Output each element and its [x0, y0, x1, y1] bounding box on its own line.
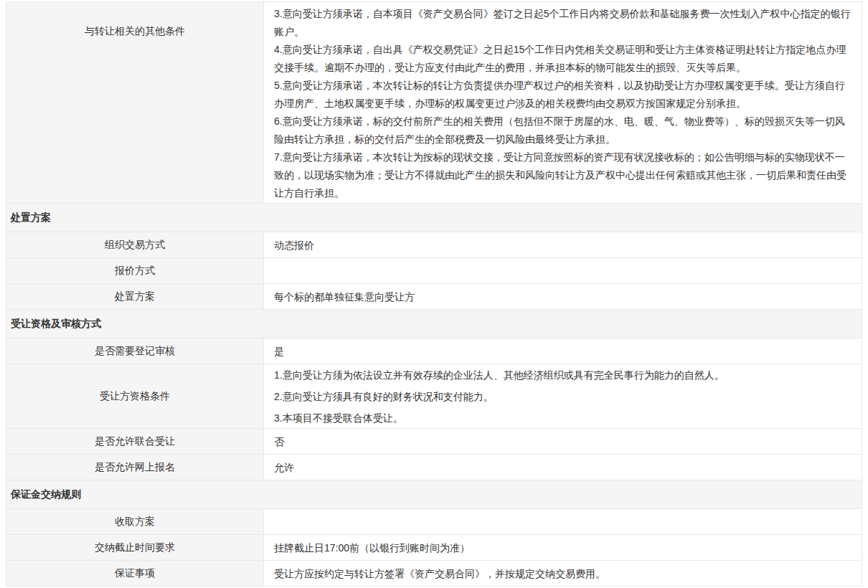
- field-value: 是: [274, 344, 854, 359]
- field-value-cell: 挂牌截止日17:00前（以银行到账时间为准）: [264, 535, 862, 560]
- field-label-cell: 与转让相关的其他条件: [6, 2, 264, 203]
- field-label: 是否允许联合受让: [95, 435, 175, 448]
- section-title: 受让资格及审核方式: [11, 318, 101, 331]
- section-title: 处置方案: [11, 212, 51, 224]
- field-value: 否: [274, 435, 854, 449]
- field-value: 挂牌截止日17:00前（以银行到账时间为准）: [274, 541, 854, 555]
- section-header-row: 处置方案: [6, 204, 862, 232]
- table-row: 是否允许联合受让否: [6, 429, 862, 455]
- table-row: 收取方案: [6, 509, 862, 535]
- field-label-cell: 保证事项: [6, 561, 264, 586]
- table-row: 处置方案每个标的都单独征集意向受让方: [6, 284, 862, 310]
- field-label: 收取方案: [115, 516, 155, 528]
- field-label: 保证事项: [115, 567, 155, 580]
- table-row: 受让方资格条件1.意向受让方须为依法设立并有效存续的企业法人、其他经济组织或具有…: [6, 364, 862, 429]
- field-value-line: 3.意向受让方须承诺，自本项目《资产交易合同》签订之日起5个工作日内将交易价款和…: [274, 5, 854, 41]
- listing-detail-table: 与转让相关的其他条件3.意向受让方须承诺，自本项目《资产交易合同》签订之日起5个…: [6, 1, 862, 587]
- section-header-row: 受让资格及审核方式: [6, 310, 862, 338]
- field-label-cell: 报价方式: [6, 258, 264, 283]
- field-label-cell: 是否允许联合受让: [6, 429, 264, 454]
- field-value-line: 7.意向受让方须承诺，本次转让为按标的现状交接，受让方同意按照标的资产现有状况接…: [274, 148, 854, 202]
- table-row: 是否允许网上报名允许: [6, 455, 862, 480]
- field-label: 报价方式: [115, 265, 155, 278]
- section-title: 保证金交纳规则: [11, 488, 81, 501]
- field-value-cell: 允许: [264, 455, 862, 480]
- field-label: 受让方资格条件: [100, 390, 170, 403]
- field-value-cell: 否: [264, 429, 862, 454]
- field-label-cell: 是否需要登记审核: [6, 338, 264, 364]
- field-value-cell: 每个标的都单独征集意向受让方: [264, 284, 862, 309]
- field-value: 每个标的都单独征集意向受让方: [274, 290, 854, 304]
- field-label: 处置方案: [115, 290, 155, 303]
- field-label: 是否允许网上报名: [95, 461, 175, 474]
- field-value-cell: 动态报价: [264, 232, 862, 257]
- field-value: 动态报价: [274, 238, 854, 252]
- field-label: 组织交易方式: [105, 239, 165, 252]
- field-label-cell: 组织交易方式: [6, 232, 264, 257]
- field-label-cell: 交纳截止时间要求: [6, 535, 264, 560]
- field-value-cell: 受让方应按约定与转让方签署《资产交易合同》，并按规定交纳交易费用。: [264, 561, 862, 586]
- field-value: 允许: [274, 460, 854, 475]
- field-value-cell: 1.意向受让方须为依法设立并有效存续的企业法人、其他经济组织或具有完全民事行为能…: [264, 364, 862, 428]
- field-value: 受让方应按约定与转让方签署《资产交易合同》，并按规定交纳交易费用。: [274, 566, 854, 581]
- table-row: 组织交易方式动态报价: [6, 232, 862, 258]
- table-row: 报价方式: [6, 258, 862, 284]
- table-row: 保证事项受让方应按约定与转让方签署《资产交易合同》，并按规定交纳交易费用。: [6, 561, 862, 587]
- field-label-cell: 受让方资格条件: [6, 364, 264, 428]
- field-label-cell: 处置方案: [6, 284, 264, 309]
- field-value-line: 4.意向受让方须承诺，自出具《产权交易凭证》之日起15个工作日内凭相关交易证明和…: [274, 41, 854, 77]
- field-value-cell: [264, 258, 862, 283]
- table-row: 与转让相关的其他条件3.意向受让方须承诺，自本项目《资产交易合同》签订之日起5个…: [6, 2, 862, 204]
- field-label-cell: 是否允许网上报名: [6, 455, 264, 480]
- section-header-row: 保证金交纳规则: [6, 480, 862, 509]
- field-value-cell: 是: [264, 338, 862, 364]
- field-value-line: 6.意向受让方须承诺，标的交付前所产生的相关费用（包括但不限于房屋的水、电、暖、…: [274, 113, 854, 148]
- table-row: 交纳截止时间要求挂牌截止日17:00前（以银行到账时间为准）: [6, 535, 862, 561]
- field-label: 是否需要登记审核: [95, 345, 175, 358]
- field-value-cell: 3.意向受让方须承诺，自本项目《资产交易合同》签订之日起5个工作日内将交易价款和…: [264, 2, 862, 203]
- field-label: 交纳截止时间要求: [95, 541, 175, 554]
- table-row: 是否需要登记审核是: [6, 338, 862, 364]
- field-value-line: 5.意向受让方须承诺，本次转让标的转让方负责提供办理产权过户的相关资料，以及协助…: [274, 77, 854, 113]
- field-label-cell: 收取方案: [6, 509, 264, 534]
- field-value-line: 2.意向受让方须具有良好的财务状况和支付能力。: [274, 386, 854, 407]
- field-value-cell: [264, 509, 862, 534]
- field-label: 与转让相关的其他条件: [85, 25, 185, 38]
- field-value-line: 1.意向受让方须为依法设立并有效存续的企业法人、其他经济组织或具有完全民事行为能…: [274, 364, 854, 386]
- field-value-line: 3.本项目不接受联合体受让。: [274, 407, 854, 429]
